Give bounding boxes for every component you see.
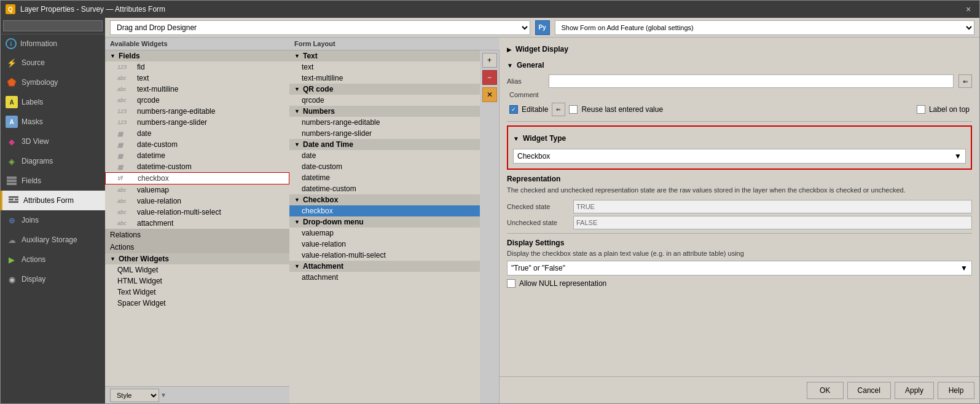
widget-display-arrow[interactable]: ▶	[507, 46, 512, 53]
show-form-dropdown[interactable]: Show Form on Add Feature (global setting…	[555, 20, 975, 35]
sidebar-label-display: Display	[22, 275, 45, 283]
fl-att-item[interactable]: attachment	[289, 272, 480, 283]
fl-dropdown-group[interactable]: ▼ Drop-down menu	[289, 216, 480, 228]
sidebar-search-box[interactable]	[1, 18, 105, 34]
fl-vrms-item[interactable]: value-relation-multi-select	[289, 250, 480, 261]
sidebar-item-source[interactable]: ⚡ Source	[1, 53, 105, 73]
sidebar-item-display[interactable]: ◉ Display	[1, 269, 105, 289]
alias-copy-button[interactable]: ⇐	[958, 74, 972, 88]
form-layout-panel: Form Layout ▼ Text text text-multiline	[289, 38, 500, 403]
widget-text[interactable]: abc text	[105, 73, 289, 84]
cancel-button[interactable]: Cancel	[847, 382, 891, 399]
properties-panel: ▶ Widget Display ▼ General Alias	[500, 38, 979, 403]
sidebar-label-joins: Joins	[22, 216, 39, 224]
sidebar-label-fields: Fields	[22, 176, 41, 185]
widget-qrcode[interactable]: abc qrcode	[105, 95, 289, 106]
style-dropdown[interactable]: Style	[110, 389, 159, 402]
toggle-button[interactable]: ✕	[482, 87, 497, 102]
widget-numbers-range-slider[interactable]: 123 numbers-range-slider	[105, 117, 289, 128]
fl-checkbox-group[interactable]: ▼ Checkbox	[289, 194, 480, 205]
fl-numbers-group[interactable]: ▼ Numbers	[289, 106, 480, 117]
fl-text-multiline-item[interactable]: text-multiline	[289, 73, 480, 84]
general-arrow[interactable]: ▼	[507, 62, 513, 69]
widget-spacer[interactable]: Spacer Widget	[105, 298, 289, 309]
fl-text-item[interactable]: text	[289, 61, 480, 73]
search-input[interactable]	[3, 20, 103, 31]
label-on-top-checkbox[interactable]	[917, 105, 925, 114]
widget-datetime-custom[interactable]: ▦ datetime-custom	[105, 161, 289, 172]
fl-vr-label: value-relation	[302, 240, 346, 248]
display-settings-desc: Display the checkbox state as a plain te…	[507, 250, 972, 257]
ok-button[interactable]: OK	[807, 382, 844, 399]
apply-button[interactable]: Apply	[895, 382, 934, 399]
widget-numbers-range-editable[interactable]: 123 numbers-range-editable	[105, 106, 289, 117]
widget-checkbox[interactable]: t/f checkbox	[105, 172, 289, 184]
sidebar-item-attributes-form[interactable]: Attributes Form	[1, 191, 105, 210]
editable-checkbox[interactable]: ✓	[509, 105, 518, 114]
sidebar-item-auxiliary-storage[interactable]: ☁ Auxiliary Storage	[1, 230, 105, 250]
unchecked-state-input[interactable]	[573, 216, 972, 229]
reuse-checkbox[interactable]	[569, 105, 578, 114]
allow-null-checkbox[interactable]	[507, 279, 515, 288]
widget-qml[interactable]: QML Widget	[105, 264, 289, 275]
fl-nrs-item[interactable]: numbers-range-slider	[289, 128, 480, 139]
python-button[interactable]: Py	[535, 20, 550, 35]
widget-datetime[interactable]: ▦ datetime	[105, 150, 289, 161]
widget-display-section: ▶ Widget Display	[507, 42, 972, 56]
fl-text-group[interactable]: ▼ Text	[289, 50, 480, 61]
widget-date[interactable]: ▦ date	[105, 128, 289, 139]
widget-text-w[interactable]: Text Widget	[105, 287, 289, 298]
sidebar-item-fields[interactable]: Fields	[1, 171, 105, 191]
display-combo[interactable]: "True" or "False" ▼	[507, 261, 972, 275]
fl-nre-item[interactable]: numbers-range-editable	[289, 117, 480, 128]
widget-value-relation[interactable]: abc value-relation	[105, 196, 289, 207]
sidebar-item-symbology[interactable]: Symbology	[1, 73, 105, 92]
fl-datetime-group[interactable]: ▼ Date and Time	[289, 139, 480, 150]
widget-attachment[interactable]: abc attachment	[105, 218, 289, 229]
sidebar-item-joins[interactable]: ⊕ Joins	[1, 210, 105, 230]
fields-group[interactable]: ▼ Fields	[105, 50, 289, 61]
checked-state-input[interactable]	[573, 200, 972, 213]
widget-type-combo[interactable]: Checkbox ▼	[513, 149, 966, 164]
panels-row: Available Widgets ▼ Fields 123 fid abc	[105, 38, 979, 403]
sidebar-item-diagrams[interactable]: ◈ Diagrams	[1, 151, 105, 171]
fl-vr-item[interactable]: value-relation	[289, 239, 480, 250]
widget-html[interactable]: HTML Widget	[105, 275, 289, 287]
remove-item-button[interactable]: −	[482, 70, 497, 85]
fl-dc-item[interactable]: date-custom	[289, 161, 480, 172]
fl-date-item[interactable]: date	[289, 150, 480, 161]
widget-valuemap[interactable]: abc valuemap	[105, 184, 289, 196]
actions-item[interactable]: Actions	[105, 241, 289, 253]
svg-marker-0	[7, 78, 16, 86]
fl-attachment-group[interactable]: ▼ Attachment	[289, 261, 480, 272]
fl-dtc-item[interactable]: datetime-custom	[289, 183, 480, 194]
other-widgets-group[interactable]: ▼ Other Widgets	[105, 253, 289, 264]
comment-label: Comment	[509, 91, 539, 98]
alias-input[interactable]	[549, 74, 954, 88]
widget-type-arrow[interactable]: ▼	[513, 135, 519, 142]
widget-type-header: ▼ Widget Type	[513, 132, 966, 145]
fl-checkbox-item[interactable]: checkbox	[289, 205, 480, 216]
relations-item[interactable]: Relations	[105, 229, 289, 241]
fl-valuemap-item[interactable]: valuemap	[289, 228, 480, 239]
widget-vrms[interactable]: abc value-relation-multi-select	[105, 207, 289, 218]
sidebar-item-labels[interactable]: A Labels	[1, 92, 105, 112]
widget-date-custom[interactable]: ▦ date-custom	[105, 139, 289, 150]
fl-qr-group[interactable]: ▼ QR code	[289, 84, 480, 95]
fl-datetime-item[interactable]: datetime	[289, 172, 480, 183]
help-button[interactable]: Help	[938, 382, 974, 399]
sidebar-item-information[interactable]: i Information	[1, 34, 105, 53]
type-abc-tm: abc	[117, 86, 135, 92]
add-group-button[interactable]: +	[482, 53, 497, 68]
fl-qrcode-item[interactable]: qrcode	[289, 95, 480, 106]
widget-fid[interactable]: 123 fid	[105, 61, 289, 73]
sidebar-item-masks[interactable]: A Masks	[1, 112, 105, 132]
display-settings-title: Display Settings	[507, 239, 972, 247]
3dview-icon: ◆	[6, 135, 18, 148]
designer-dropdown[interactable]: Drag and Drop Designer	[110, 20, 530, 35]
sidebar-item-3dview[interactable]: ◆ 3D View	[1, 132, 105, 151]
widget-text-multiline[interactable]: abc text-multiline	[105, 84, 289, 95]
sidebar-item-actions[interactable]: ▶ Actions	[1, 250, 105, 269]
close-button[interactable]: ×	[962, 3, 974, 15]
editable-btn[interactable]: ⇐	[552, 103, 565, 116]
